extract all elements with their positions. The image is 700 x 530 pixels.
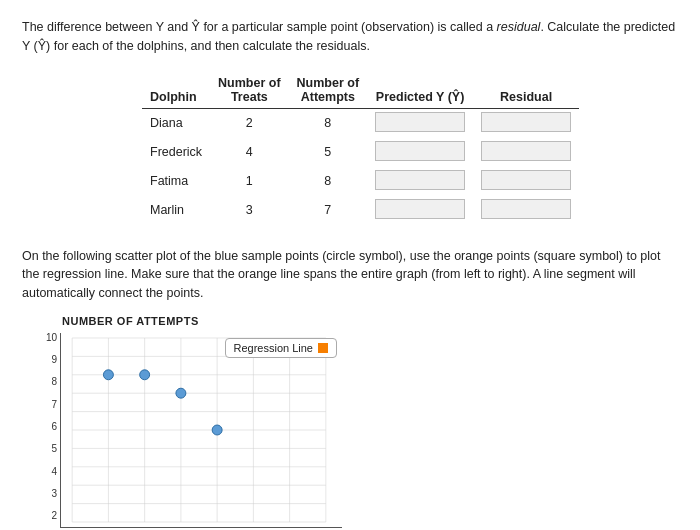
cell-attempts: 5 <box>289 138 368 167</box>
data-point-circle <box>140 370 150 380</box>
y-axis-label: 5 <box>51 444 57 454</box>
y-axis-label: 4 <box>51 467 57 477</box>
cell-treats: 3 <box>210 196 289 225</box>
y-axis: 12345678910 <box>32 331 60 530</box>
table-row: Frederick45 <box>142 138 579 167</box>
cell-residual[interactable] <box>473 108 579 138</box>
cell-attempts: 7 <box>289 196 368 225</box>
intro-text1: The difference between Y and Ŷ for a par… <box>22 20 497 34</box>
cell-residual[interactable] <box>473 138 579 167</box>
cell-predicted[interactable] <box>367 167 473 196</box>
cell-attempts: 8 <box>289 167 368 196</box>
y-axis-label: 2 <box>51 511 57 521</box>
grid-plot: Regression Line <box>60 333 342 528</box>
data-point-circle <box>103 370 113 380</box>
cell-treats: 1 <box>210 167 289 196</box>
dolphin-table: Dolphin Number ofTreats Number ofAttempt… <box>142 74 579 225</box>
chart-title: NUMBER OF ATTEMPTS <box>62 315 342 327</box>
y-axis-label: 9 <box>51 355 57 365</box>
scatter-section: On the following scatter plot of the blu… <box>22 247 678 531</box>
y-axis-label: 7 <box>51 400 57 410</box>
col-header-attempts: Number ofAttempts <box>289 74 368 109</box>
y-axis-label: 10 <box>46 333 57 343</box>
intro-italic: residual <box>497 20 541 34</box>
scatter-intro-text: On the following scatter plot of the blu… <box>22 247 678 303</box>
chart-container: NUMBER OF ATTEMPTS 12345678910 Regressio… <box>32 315 342 530</box>
cell-predicted[interactable] <box>367 108 473 138</box>
legend-label: Regression Line <box>234 342 314 354</box>
y-axis-label: 8 <box>51 377 57 387</box>
cell-treats: 4 <box>210 138 289 167</box>
legend: Regression Line <box>225 338 338 358</box>
cell-dolphin: Marlin <box>142 196 210 225</box>
col-header-treats: Number ofTreats <box>210 74 289 109</box>
table-row: Diana28 <box>142 108 579 138</box>
col-header-predicted: Predicted Y (Ŷ) <box>367 74 473 109</box>
data-table-section: Dolphin Number ofTreats Number ofAttempt… <box>22 74 678 225</box>
col-header-residual: Residual <box>473 74 579 109</box>
data-point-circle <box>212 425 222 435</box>
cell-predicted[interactable] <box>367 138 473 167</box>
chart-area: 12345678910 Regression Line <box>32 331 342 530</box>
legend-square-icon <box>318 343 328 353</box>
cell-dolphin: Diana <box>142 108 210 138</box>
cell-treats: 2 <box>210 108 289 138</box>
cell-attempts: 8 <box>289 108 368 138</box>
y-axis-label: 6 <box>51 422 57 432</box>
table-row: Fatima18 <box>142 167 579 196</box>
y-axis-label: 3 <box>51 489 57 499</box>
cell-dolphin: Frederick <box>142 138 210 167</box>
table-row: Marlin37 <box>142 196 579 225</box>
intro-paragraph: The difference between Y and Ŷ for a par… <box>22 18 678 56</box>
cell-dolphin: Fatima <box>142 167 210 196</box>
cell-predicted[interactable] <box>367 196 473 225</box>
cell-residual[interactable] <box>473 167 579 196</box>
chart-svg <box>61 333 342 527</box>
data-point-circle <box>176 388 186 398</box>
cell-residual[interactable] <box>473 196 579 225</box>
col-header-dolphin: Dolphin <box>142 74 210 109</box>
